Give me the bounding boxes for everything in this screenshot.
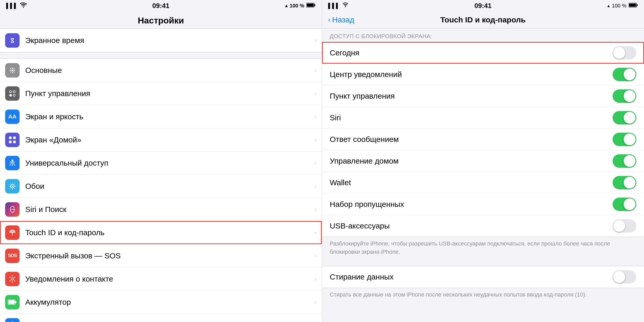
svg-rect-29 [15, 301, 16, 303]
left-status-right: ▴ 100 % [285, 2, 316, 9]
control-center-toggle[interactable] [613, 89, 636, 103]
right-item-missed-calls[interactable]: Набор пропущенных [322, 193, 644, 215]
general-chevron: › [315, 67, 317, 74]
home-screen-chevron: › [315, 136, 317, 143]
home-control-toggle[interactable] [613, 154, 636, 168]
right-item-notifications[interactable]: Центр уведомлений [322, 64, 644, 85]
left-battery-text: 100 % [290, 3, 304, 9]
right-siri-label: Siri [330, 113, 613, 122]
right-item-siri[interactable]: Siri [322, 107, 644, 129]
exposure-label: Уведомления о контакте [25, 275, 312, 283]
home-screen-label: Экран «Домой» [25, 135, 312, 144]
settings-item-siri[interactable]: Siri и Поиск › [0, 198, 322, 221]
right-item-erase-data[interactable]: Стирание данных [322, 266, 644, 288]
settings-item-privacy[interactable]: Конфиденциальность › [0, 314, 322, 322]
settings-item-control-center[interactable]: Пункт управления › [0, 82, 322, 105]
right-battery-text: 100 % [612, 3, 626, 9]
right-wifi-icon [342, 3, 349, 9]
right-battery-icon [629, 2, 638, 9]
missed-calls-toggle[interactable] [613, 198, 636, 211]
siri-label: Siri и Поиск [25, 205, 312, 214]
notifications-toggle[interactable] [613, 68, 636, 81]
control-center-icon [5, 86, 20, 101]
privacy-icon [5, 318, 20, 322]
svg-point-15 [12, 159, 13, 161]
settings-item-display[interactable]: AA Экран и яркость › [0, 105, 322, 128]
right-status-right: ▴ 100 % [607, 2, 638, 9]
wallpaper-chevron: › [315, 183, 317, 190]
usb-footer-text: Разблокируйте iPhone, чтобы разрешить US… [322, 237, 644, 261]
exposure-icon [5, 272, 20, 286]
siri-toggle[interactable] [613, 111, 636, 124]
settings-item-screen-time[interactable]: Экранное время › [0, 29, 322, 52]
svg-rect-5 [11, 42, 14, 43]
settings-item-accessibility[interactable]: Универсальный доступ › [0, 151, 322, 175]
settings-item-general[interactable]: Основные › [0, 59, 322, 82]
control-center-chevron: › [315, 90, 317, 97]
svg-rect-13 [9, 141, 12, 143]
right-item-reply-message[interactable]: Ответ сообщением [322, 129, 644, 150]
settings-item-sos[interactable]: SOS Экстренный вызов — SOS › [0, 244, 322, 267]
right-settings-group-erase: Стирание данных [322, 266, 644, 288]
accessibility-icon [5, 156, 20, 170]
right-control-center-label: Пункт управления [330, 92, 613, 100]
accessibility-label: Универсальный доступ [25, 159, 312, 167]
privacy-label: Конфиденциальность [25, 321, 312, 322]
usb-label: USB-аксессуары [330, 222, 613, 230]
siri-icon [5, 202, 20, 217]
settings-item-battery[interactable]: Аккумулятор › [0, 291, 322, 314]
usb-toggle[interactable] [613, 219, 636, 233]
back-label: Назад [332, 15, 354, 24]
right-item-home-control[interactable]: Управление домом [322, 150, 644, 172]
right-nav-bar: ‹ Назад Touch ID и код-пароль [322, 11, 644, 28]
left-wifi-icon [20, 3, 27, 9]
general-label: Основные [25, 66, 312, 75]
svg-point-26 [12, 275, 13, 276]
svg-point-22 [10, 277, 11, 278]
svg-rect-1 [315, 4, 315, 6]
gap-1 [0, 52, 322, 58]
right-content: ДОСТУП С БЛОКИРОВКОЙ ЭКРАНА: Сегодня Цен… [322, 28, 644, 322]
right-item-usb[interactable]: USB-аксессуары [322, 215, 644, 237]
right-time: 09:41 [474, 2, 492, 10]
settings-item-wallpaper[interactable]: Обои › [0, 175, 322, 198]
svg-point-23 [14, 277, 15, 278]
right-item-control-center[interactable]: Пункт управления [322, 85, 644, 107]
svg-rect-32 [637, 4, 638, 6]
svg-rect-30 [9, 300, 15, 304]
wallet-toggle[interactable] [613, 176, 636, 189]
right-nav-title: Touch ID и код-пароль [440, 15, 526, 24]
erase-footer-text: Стирать все данные на этом iPhone после … [322, 288, 644, 303]
left-location-icon: ▴ [285, 3, 287, 9]
svg-point-9 [10, 94, 12, 96]
reply-message-toggle[interactable] [613, 133, 636, 146]
erase-data-toggle[interactable] [613, 270, 636, 284]
back-button[interactable]: ‹ Назад [328, 15, 354, 24]
right-item-today[interactable]: Сегодня [322, 42, 644, 64]
svg-rect-2 [307, 4, 314, 7]
touch-id-icon [5, 225, 20, 240]
settings-item-touch-id[interactable]: Touch ID и код-пароль › [0, 221, 322, 244]
svg-point-7 [10, 91, 12, 93]
settings-group-screen-time: Экранное время › [0, 29, 322, 52]
right-item-wallet[interactable]: Wallet [322, 172, 644, 193]
display-chevron: › [315, 113, 317, 120]
missed-calls-label: Набор пропущенных [330, 200, 613, 209]
home-control-label: Управление домом [330, 157, 613, 165]
settings-item-exposure[interactable]: Уведомления о контакте › [0, 267, 322, 291]
siri-chevron: › [315, 206, 317, 213]
accessibility-chevron: › [315, 159, 317, 167]
left-page-title: Настройки [0, 11, 322, 29]
wallpaper-label: Обои [25, 182, 312, 191]
settings-item-home-screen[interactable]: Экран «Домой» › [0, 128, 322, 151]
svg-point-6 [12, 70, 13, 71]
today-label: Сегодня [330, 48, 613, 57]
today-toggle[interactable] [613, 46, 636, 60]
left-status-left: ▌▌▌ [6, 3, 27, 9]
battery-icon [5, 295, 20, 309]
right-status-left: ▌▌▌ [328, 3, 349, 9]
right-signal-icon: ▌▌▌ [328, 3, 340, 9]
notifications-label: Центр уведомлений [330, 70, 613, 79]
sos-icon: SOS [5, 249, 20, 263]
svg-point-10 [13, 94, 15, 96]
